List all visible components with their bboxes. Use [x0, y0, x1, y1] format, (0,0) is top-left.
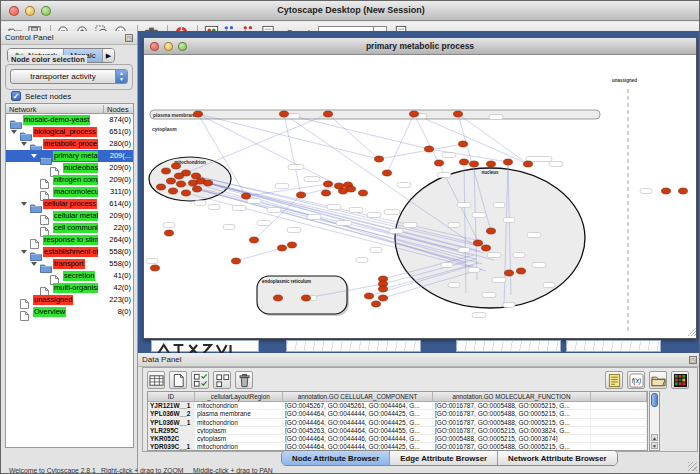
network-node[interactable] [182, 190, 191, 196]
table-row-YJR121W__1[interactable]: YJR121W__1mitochondrion[GO:0045267, GO:0… [148, 402, 647, 410]
network-node[interactable] [288, 242, 297, 248]
network-node[interactable] [324, 181, 333, 187]
tree-row-secretion[interactable]: secretion41(0) [6, 270, 133, 282]
float-data-panel-icon[interactable]: ◳ [689, 356, 697, 364]
table-row-YLR295C[interactable]: YLR295Ccytoplasm[GO:0045263, GO:0044464,… [148, 427, 647, 435]
tree-expander-icon[interactable] [31, 262, 37, 266]
network-node[interactable] [470, 161, 479, 167]
network-node[interactable] [167, 178, 176, 184]
network-canvas[interactable]: plasma membranecytoplasmmitochondrionnuc… [144, 55, 696, 338]
network-node[interactable] [474, 240, 483, 246]
tree-row-unassigned[interactable]: unassigned223(0) [6, 294, 133, 306]
tree-row-overview[interactable]: Overview8(0) [6, 306, 133, 318]
tree-expander-icon[interactable] [11, 130, 17, 134]
background-window-4[interactable] [566, 340, 661, 352]
background-window-3[interactable] [456, 340, 561, 352]
network-node[interactable] [151, 265, 160, 271]
tab-edge-attribute-browser[interactable]: Edge Attribute Browser [390, 451, 498, 465]
network-node[interactable] [459, 141, 468, 147]
network-node[interactable] [162, 168, 171, 174]
network-node[interactable] [297, 192, 306, 198]
tabs-overflow-arrow[interactable]: ▶ [103, 49, 114, 62]
table-row-YPL036W__2[interactable]: YPL036W__2plasma membrane[GO:0044464, GO… [148, 410, 647, 418]
network-node[interactable] [359, 190, 368, 196]
network-node[interactable] [280, 111, 289, 117]
tree-column-network[interactable]: Network [9, 105, 37, 114]
network-node[interactable] [505, 270, 514, 276]
delete-attribute-icon[interactable] [235, 371, 253, 389]
network-node[interactable] [365, 293, 374, 299]
network-node[interactable] [322, 190, 331, 196]
new-attribute-icon[interactable] [169, 371, 187, 389]
network-node[interactable] [460, 159, 469, 165]
scroll-down-icon[interactable]: ▼ [651, 442, 658, 449]
network-node[interactable] [232, 258, 241, 264]
network-node[interactable] [274, 295, 283, 301]
tree-row-cell-communicat[interactable]: cell communicat22(0) [6, 222, 133, 234]
network-node[interactable] [347, 186, 356, 192]
tree-expander-icon[interactable] [21, 250, 27, 254]
tree-expander-icon[interactable] [21, 202, 27, 206]
network-node[interactable] [177, 181, 186, 187]
tree-row-primary-metabol[interactable]: primary metabol209(... [6, 150, 133, 162]
column-header-spacer[interactable] [591, 392, 647, 401]
network-node[interactable] [517, 268, 526, 274]
network-node[interactable] [250, 237, 259, 243]
tree-row-multi-organism-pro[interactable]: multi-organism pro42(0) [6, 282, 133, 294]
network-node[interactable] [339, 188, 348, 194]
tree-expander-icon[interactable] [21, 142, 27, 146]
tree-row-metabolic-process[interactable]: metabolic process280(0) [6, 138, 133, 150]
tree-expander-icon[interactable] [31, 154, 37, 158]
table-row-YKR052C[interactable]: YKR052Ccytoplasm[GO:0044464, GO:0044446,… [148, 435, 647, 443]
attribute-batch-icon[interactable] [605, 371, 623, 389]
network-node[interactable] [175, 173, 184, 179]
tree-column-nodes[interactable]: Nodes [103, 105, 129, 114]
float-panel-icon[interactable]: ◳ [125, 34, 133, 42]
network-node[interactable] [372, 301, 381, 307]
network-node[interactable] [302, 295, 311, 301]
tab-network-attribute-browser[interactable]: Network Attribute Browser [498, 451, 617, 465]
scroll-up-icon[interactable]: ▲ [651, 434, 658, 441]
network-node[interactable] [379, 286, 388, 292]
network-node[interactable] [435, 160, 444, 166]
attribute-table-icon[interactable] [147, 371, 165, 389]
tree-row-biological-process[interactable]: biological_process651(0) [6, 126, 133, 138]
network-node[interactable] [189, 180, 198, 186]
tree-row-nucleobase-co[interactable]: nucleobase-co209(0) [6, 162, 133, 174]
import-attributes-icon[interactable] [649, 371, 667, 389]
network-node[interactable] [425, 146, 434, 152]
select-nodes-checkbox[interactable]: ✓ [11, 91, 21, 101]
matrix-heatmap-icon[interactable] [671, 371, 689, 389]
tree-row-establishment-of-lo[interactable]: establishment of lo558(0) [6, 246, 133, 258]
network-node[interactable] [524, 161, 533, 167]
tree-row-nitrogen-compo[interactable]: nitrogen compo209(0) [6, 174, 133, 186]
function-builder-icon[interactable]: f(x) [627, 371, 645, 389]
network-node[interactable] [375, 156, 384, 162]
network-node[interactable] [204, 180, 213, 186]
network-node[interactable] [324, 111, 333, 117]
canvas-resize-grip[interactable] [688, 328, 696, 336]
tree-row-mosaic-demo-yeast[interactable]: mosaic-demo-yeast874(0) [6, 114, 133, 126]
network-node[interactable] [278, 245, 287, 251]
network-node[interactable] [487, 161, 496, 167]
network-node[interactable] [165, 230, 174, 236]
node-color-dropdown[interactable]: transporter activity ▲▼ [10, 69, 128, 84]
tab-node-attribute-browser[interactable]: Node Attribute Browser [282, 451, 390, 465]
column-header-_cellularLayoutRegion[interactable]: _cellularLayoutRegion [195, 392, 283, 401]
background-window-1[interactable] [151, 340, 259, 352]
table-scrollbar[interactable]: ▲ ▼ [649, 391, 660, 451]
tree-row-transport[interactable]: transport558(0) [6, 258, 133, 270]
network-node[interactable] [194, 111, 203, 117]
column-header-ID[interactable]: ID [148, 392, 195, 401]
scrollbar-thumb[interactable] [651, 393, 658, 407]
network-node[interactable] [379, 295, 388, 301]
background-window-2[interactable] [286, 340, 421, 352]
network-node[interactable] [662, 188, 671, 194]
network-node[interactable] [679, 188, 688, 194]
table-row-YPL036W__1[interactable]: YPL036W__1mitochondrion[GO:0044464, GO:0… [148, 419, 647, 427]
column-header-annotation.GO CELLULAR_COMPONENT[interactable]: annotation.GO CELLULAR_COMPONENT [283, 392, 433, 401]
network-node[interactable] [242, 193, 251, 199]
tree-row-macromolecule[interactable]: macromolecule311(0) [6, 186, 133, 198]
network-node[interactable] [482, 245, 491, 251]
network-node[interactable] [172, 163, 181, 169]
